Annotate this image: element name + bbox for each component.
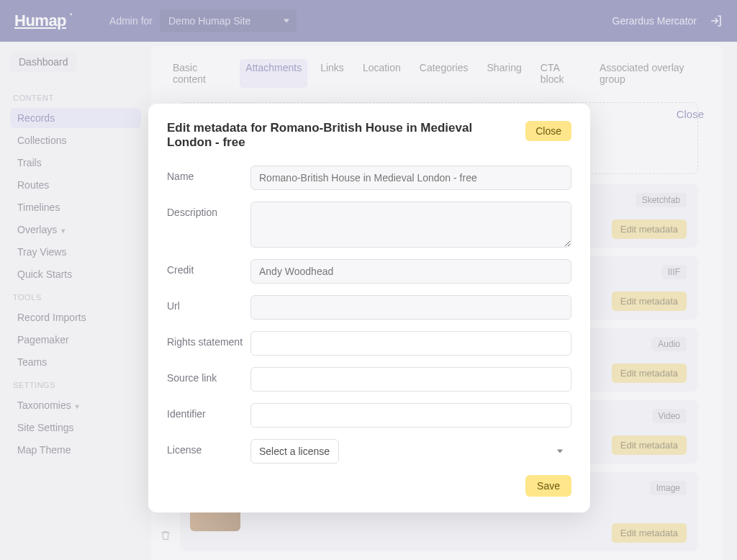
save-button[interactable]: Save xyxy=(525,475,571,497)
description-field[interactable] xyxy=(250,202,571,248)
label-url: Url xyxy=(167,295,250,312)
identifier-field[interactable] xyxy=(250,403,571,428)
name-field[interactable] xyxy=(250,166,571,190)
label-name: Name xyxy=(167,166,250,182)
label-identifier: Identifier xyxy=(167,403,250,420)
label-description: Description xyxy=(167,202,250,218)
modal-close-button[interactable]: Close xyxy=(525,121,571,141)
modal-header: Edit metadata for Romano-British House i… xyxy=(167,121,571,150)
label-rights: Rights statement xyxy=(167,331,250,348)
modal-footer: Save xyxy=(167,475,571,497)
license-select[interactable]: Select a license xyxy=(250,439,339,464)
modal-title: Edit metadata for Romano-British House i… xyxy=(167,121,525,150)
url-field[interactable] xyxy=(250,295,571,320)
edit-metadata-modal: Edit metadata for Romano-British House i… xyxy=(148,104,590,512)
label-credit: Credit xyxy=(167,259,250,276)
label-source-link: Source link xyxy=(167,367,250,384)
credit-field[interactable] xyxy=(250,259,571,284)
label-license: License xyxy=(167,439,250,456)
source-link-field[interactable] xyxy=(250,367,571,392)
rights-statement-field[interactable] xyxy=(250,331,571,356)
